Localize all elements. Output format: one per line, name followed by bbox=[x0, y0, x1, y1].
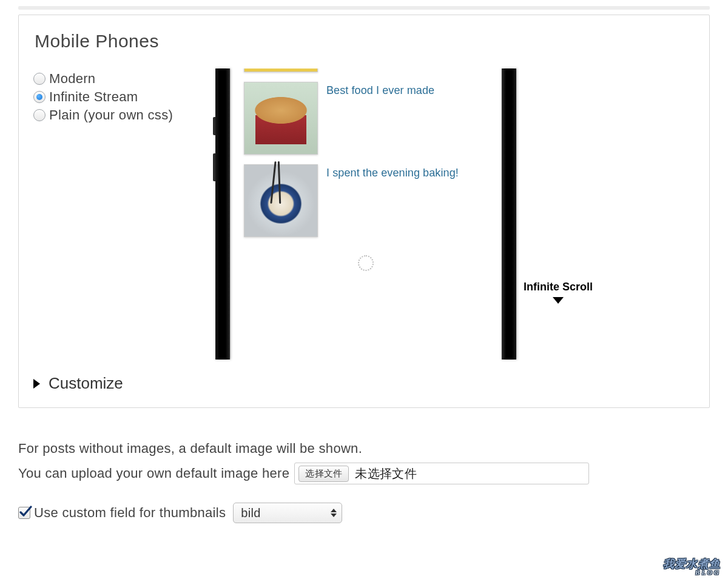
phone-edge-left bbox=[215, 69, 230, 360]
phone-edge-right bbox=[502, 69, 516, 360]
phone-screen: Best food I ever made I spent the evenin… bbox=[230, 69, 502, 360]
theme-option-label: Modern bbox=[49, 71, 95, 87]
custom-field-select[interactable]: bild bbox=[233, 503, 342, 523]
loading-spinner-icon bbox=[358, 255, 374, 271]
infinite-scroll-label: Infinite Scroll bbox=[524, 281, 593, 293]
select-stepper-icon bbox=[331, 509, 337, 517]
post-thumbnail bbox=[244, 82, 318, 155]
theme-radio-group: Modern Infinite Stream Plain (your own c… bbox=[33, 69, 215, 125]
phone-preview: Best food I ever made I spent the evenin… bbox=[215, 69, 516, 360]
customize-toggle[interactable]: Customize bbox=[33, 374, 695, 393]
feed-item: Best food I ever made bbox=[244, 82, 488, 155]
default-image-info-text: For posts without images, a default imag… bbox=[18, 441, 362, 457]
mobile-phones-panel: Mobile Phones Modern Infinite Stream Pla… bbox=[18, 15, 710, 408]
post-thumbnail bbox=[244, 164, 318, 237]
feed-item bbox=[244, 69, 488, 72]
theme-option-infinite-stream[interactable]: Infinite Stream bbox=[33, 89, 215, 105]
custom-field-checkbox[interactable] bbox=[18, 507, 30, 519]
post-thumbnail bbox=[244, 69, 318, 72]
file-status-text: 未选择文件 bbox=[355, 466, 417, 482]
theme-option-label: Plain (your own css) bbox=[49, 107, 173, 123]
checkmark-icon bbox=[19, 506, 32, 519]
section-title: Mobile Phones bbox=[35, 31, 695, 52]
post-title: Best food I ever made bbox=[326, 82, 434, 97]
expand-right-icon bbox=[33, 379, 40, 389]
choose-file-button[interactable]: 选择文件 bbox=[298, 466, 349, 482]
default-image-file-input[interactable]: 选择文件 未选择文件 bbox=[294, 463, 589, 484]
radio-icon bbox=[33, 91, 46, 103]
default-image-upload-label: You can upload your own default image he… bbox=[18, 466, 289, 481]
custom-field-select-value: bild bbox=[241, 506, 260, 520]
radio-icon bbox=[33, 73, 46, 85]
post-title: I spent the evening baking! bbox=[326, 164, 459, 179]
radio-icon bbox=[33, 109, 46, 121]
custom-field-checkbox-label: Use custom field for thumbnails bbox=[34, 505, 226, 521]
feed-item: I spent the evening baking! bbox=[244, 164, 488, 237]
infinite-scroll-callout: Infinite Scroll bbox=[524, 281, 593, 304]
theme-option-plain[interactable]: Plain (your own css) bbox=[33, 107, 215, 123]
theme-option-label: Infinite Stream bbox=[49, 89, 138, 105]
down-arrow-icon bbox=[553, 297, 564, 304]
theme-option-modern[interactable]: Modern bbox=[33, 71, 215, 87]
customize-label: Customize bbox=[49, 374, 123, 393]
top-divider bbox=[18, 6, 710, 10]
